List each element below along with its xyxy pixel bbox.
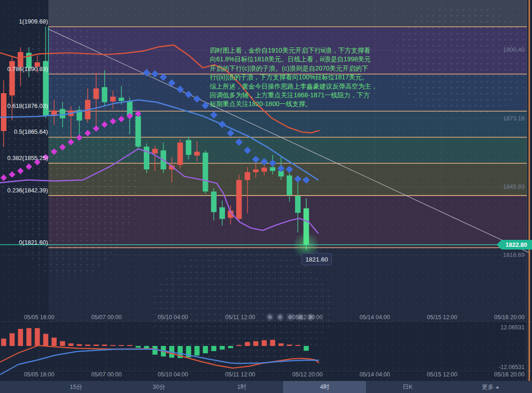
macd-bar — [18, 329, 23, 346]
annotation-line: 开启的下行(c)浪的子浪。(c)浪则是自2070美元开启的下 — [210, 64, 378, 73]
macd-bar — [1, 339, 6, 346]
annotation-line: 行((ii))浪的子浪，下方支撑看向100%目标位1817美元。 — [210, 73, 378, 82]
macd-bar — [228, 346, 233, 348]
trading-chart-app: 1(1909.68)0.786(1890.83)0.618(1876.03)0.… — [0, 0, 532, 393]
tab-4hour[interactable]: 4时 — [283, 381, 366, 393]
time-axis-label: 05/11 12:00 — [225, 314, 255, 321]
time-axis-label: 05/16 20:00 — [494, 371, 525, 378]
time-axis-label: 05/15 12:00 — [427, 314, 457, 321]
macd-bar — [52, 338, 57, 346]
fib-level-label: 0.618(1876.03) — [0, 103, 48, 109]
annotation-line: 回调低多为辅，上方重点关注1868-1871一线阻力，下方 — [210, 91, 378, 100]
macd-bar — [119, 345, 124, 346]
sar-diamond — [151, 70, 159, 77]
sar-diamond — [76, 134, 83, 141]
sar-diamond — [9, 171, 15, 178]
panel-separator — [0, 371, 532, 371]
macd-bar — [60, 341, 65, 346]
time-axis-label: 05/05 16:00 — [24, 371, 54, 378]
time-axis-label: 05/15 12:00 — [427, 371, 457, 378]
macd-bar — [203, 346, 208, 353]
annotation-line: 四时图上看，金价自1910美元开启下行iii浪，下方支撑看 — [210, 46, 378, 55]
current-price-tag: 1822.80 — [497, 240, 532, 250]
candle-body — [295, 196, 301, 213]
fib-level-label: 0(1821.60) — [0, 239, 48, 246]
candle-body — [219, 207, 225, 219]
sar-diamond — [235, 138, 242, 146]
candle-body — [136, 116, 141, 146]
fib-level-label: 0.786(1890.83) — [0, 66, 48, 72]
sar-diamond — [193, 95, 201, 103]
sar-diamond — [26, 163, 32, 170]
candle-body — [94, 89, 99, 99]
tab-more[interactable]: 更多 — [449, 381, 532, 393]
macd-scale-min: -12.06531 — [499, 364, 525, 370]
macd-bar — [262, 340, 267, 346]
macd-scale-max: 12.06531 — [501, 324, 525, 331]
chevron-up-icon — [496, 386, 499, 388]
candle-body — [1, 93, 6, 131]
candle-body — [211, 191, 217, 212]
price-tooltip: 1821.60 — [301, 253, 332, 265]
price-axis-label: 1873.16 — [503, 115, 525, 122]
macd-bar — [102, 345, 107, 346]
macd-bar — [270, 340, 275, 346]
candle-body — [236, 180, 242, 219]
panel-separator — [0, 322, 532, 322]
macd-bar — [26, 328, 31, 346]
candle-body — [287, 175, 292, 195]
tab-1hour[interactable]: 1时 — [201, 381, 284, 393]
candle-body — [203, 153, 208, 191]
candle-body — [102, 87, 107, 102]
macd-bar — [10, 333, 15, 346]
tab-30min[interactable]: 30分 — [118, 381, 201, 393]
time-axis-label: 05/14 04:00 — [360, 371, 390, 378]
fib-level-label: 0.382(1855.25) — [0, 155, 48, 161]
sar-diamond — [68, 139, 74, 145]
macd-bar — [68, 343, 73, 346]
macd-bar — [278, 343, 284, 346]
time-axis-label: 05/11 12:00 — [225, 371, 255, 378]
glow-dot — [288, 315, 292, 319]
tab-label: 30分 — [153, 383, 165, 391]
candle-body — [303, 208, 309, 245]
time-axis-label: 05/07 00:00 — [91, 371, 122, 378]
time-axis-label: 05/12 20:00 — [292, 371, 323, 378]
sar-diamond — [252, 156, 260, 163]
candle-body — [152, 149, 158, 154]
candle-body — [110, 97, 116, 101]
sar-diamond — [143, 69, 150, 76]
sar-diamond — [185, 91, 192, 98]
sar-diamond — [244, 147, 251, 154]
macd-bar — [94, 345, 99, 346]
macd-bar — [304, 346, 309, 351]
sar-diamond — [202, 102, 209, 109]
sar-diamond — [59, 144, 66, 150]
analyst-annotation: 四时图上看，金价自1910美元开启下行iii浪，下方支撑看 向61.8%目标位1… — [210, 46, 378, 109]
time-axis-label: 05/10 04:00 — [158, 371, 188, 378]
glow-dot — [268, 315, 272, 319]
macd-bar — [245, 342, 250, 346]
candle-body — [60, 109, 65, 118]
time-axis-label: 05/07 00:00 — [91, 314, 122, 321]
fib-level-label: 1(1909.68) — [0, 18, 48, 25]
tab-15min[interactable]: 15分 — [35, 381, 118, 393]
macd-bar — [127, 345, 132, 346]
sar-diamond — [51, 149, 57, 155]
time-axis-label: 05/16 20:00 — [494, 314, 525, 321]
annotation-line: 短期重点关注1820-1800一线支撑。 — [210, 100, 378, 108]
macd-bar — [296, 345, 301, 346]
macd-bar — [85, 345, 90, 346]
sar-diamond — [84, 130, 91, 136]
sar-diamond — [118, 116, 124, 122]
sar-diamond — [286, 166, 293, 173]
candle-body — [18, 52, 23, 67]
candle-body — [186, 140, 191, 155]
sar-diamond — [302, 176, 310, 184]
macd-bar — [110, 345, 115, 346]
candle-body — [118, 98, 124, 101]
tab-label: 15分 — [70, 383, 82, 391]
tab-daily[interactable]: 日K — [366, 381, 449, 393]
fib-level-label: 0.236(1842.39) — [0, 187, 48, 194]
candle-body — [177, 143, 183, 165]
